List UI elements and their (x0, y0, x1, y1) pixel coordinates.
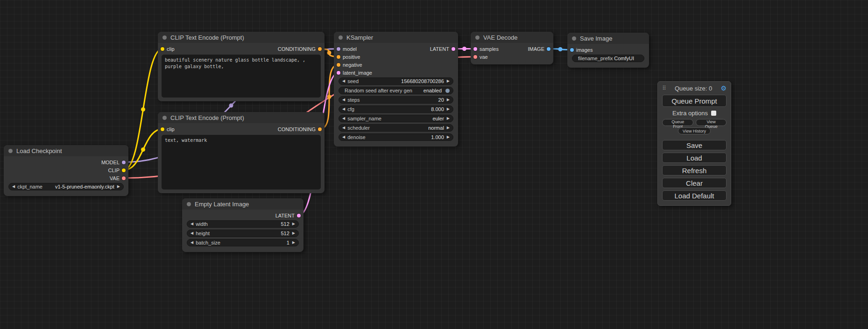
model-output-slot[interactable]: MODEL (101, 160, 126, 165)
vae-output-slot[interactable]: VAE (110, 175, 126, 181)
latent-image-input-slot[interactable]: latent_image (337, 70, 372, 76)
node-empty-latent-image[interactable]: Empty Latent Image LATENT ◀ width 512 ▶ … (182, 198, 303, 252)
images-input-dot[interactable] (570, 48, 574, 52)
node-title-bar[interactable]: KSampler (334, 32, 458, 43)
node-title-bar[interactable]: VAE Decode (471, 32, 553, 43)
increment-arrow-icon[interactable]: ▶ (292, 231, 295, 235)
node-save-image[interactable]: Save Image images filename_prefix ComfyU… (567, 33, 649, 68)
clear-button[interactable]: Clear (662, 178, 727, 188)
image-output-dot[interactable] (547, 47, 550, 51)
load-button[interactable]: Load (662, 153, 727, 163)
filename-prefix-widget[interactable]: filename_prefix ComfyUI (572, 55, 644, 62)
latent-image-input-dot[interactable] (337, 71, 340, 75)
decrement-arrow-icon[interactable]: ◀ (342, 98, 345, 102)
latent-output-slot[interactable]: LATENT (430, 46, 455, 52)
decrement-arrow-icon[interactable]: ◀ (191, 231, 193, 235)
clip-input-slot[interactable]: clip (161, 126, 175, 132)
clip-input-dot[interactable] (161, 47, 164, 51)
latent-output-slot[interactable]: LATENT (275, 213, 301, 218)
node-clip-text-encode-positive[interactable]: CLIP Text Encode (Prompt) clip CONDITION… (158, 32, 325, 101)
collapse-dot-icon[interactable] (8, 149, 13, 153)
samples-input-dot[interactable] (473, 47, 477, 51)
clip-input-slot[interactable]: clip (161, 46, 175, 52)
denoise-widget[interactable]: ◀ denoise 1.000 ▶ (339, 133, 453, 141)
save-button[interactable]: Save (662, 140, 727, 150)
settings-gear-icon[interactable]: ⚙ (720, 84, 727, 92)
conditioning-output-dot[interactable] (318, 47, 322, 51)
decrement-arrow-icon[interactable]: ◀ (191, 222, 193, 226)
latent-output-dot[interactable] (297, 214, 301, 217)
decrement-arrow-icon[interactable]: ◀ (342, 107, 345, 111)
positive-input-dot[interactable] (337, 55, 340, 59)
random-seed-toggle[interactable]: Random seed after every gen enabled (339, 87, 453, 94)
increment-arrow-icon[interactable]: ▶ (292, 222, 295, 226)
increment-arrow-icon[interactable]: ▶ (447, 98, 450, 102)
collapse-dot-icon[interactable] (475, 35, 480, 40)
image-output-slot[interactable]: IMAGE (528, 46, 550, 52)
node-title-bar[interactable]: Load Checkpoint (4, 145, 128, 156)
increment-arrow-icon[interactable]: ▶ (447, 79, 450, 83)
queue-front-button[interactable]: Queue Front (662, 119, 693, 126)
extra-options-checkbox[interactable] (711, 111, 716, 116)
clip-input-dot[interactable] (161, 127, 164, 131)
positive-input-slot[interactable]: positive (337, 54, 360, 60)
seed-widget[interactable]: ◀ seed 156680208700286 ▶ (339, 77, 453, 85)
prompt-textarea[interactable]: text, watermark (162, 135, 321, 189)
cfg-widget[interactable]: ◀ cfg 8.000 ▶ (339, 105, 453, 113)
node-title-bar[interactable]: Save Image (567, 33, 649, 44)
decrement-arrow-icon[interactable]: ◀ (342, 117, 345, 120)
increment-arrow-icon[interactable]: ▶ (292, 241, 295, 245)
increment-arrow-icon[interactable]: ▶ (117, 185, 120, 189)
conditioning-output-dot[interactable] (318, 127, 322, 131)
model-input-slot[interactable]: model (337, 46, 357, 52)
increment-arrow-icon[interactable]: ▶ (447, 126, 450, 130)
collapse-dot-icon[interactable] (162, 35, 167, 40)
vae-input-dot[interactable] (473, 55, 477, 59)
negative-input-dot[interactable] (337, 63, 340, 67)
model-output-dot[interactable] (122, 161, 126, 164)
queue-prompt-button[interactable]: Queue Prompt (662, 95, 727, 107)
node-ksampler[interactable]: KSampler model LATENT positive negative (334, 32, 458, 147)
latent-output-dot[interactable] (452, 47, 455, 51)
increment-arrow-icon[interactable]: ▶ (447, 117, 450, 120)
clip-output-dot[interactable] (122, 168, 126, 172)
node-load-checkpoint[interactable]: Load Checkpoint MODEL CLIP VAE ◀ ckpt_na… (4, 145, 128, 196)
prompt-textarea[interactable]: beautiful scenery nature glass bottle la… (162, 55, 321, 98)
view-queue-button[interactable]: View Queue (696, 119, 727, 126)
height-widget[interactable]: ◀ height 512 ▶ (187, 230, 299, 237)
ckpt-name-widget[interactable]: ◀ ckpt_name v1-5-pruned-emaonly.ckpt ▶ (8, 183, 124, 190)
decrement-arrow-icon[interactable]: ◀ (342, 79, 345, 83)
steps-widget[interactable]: ◀ steps 20 ▶ (339, 96, 453, 104)
node-clip-text-encode-negative[interactable]: CLIP Text Encode (Prompt) clip CONDITION… (158, 112, 325, 193)
node-title-bar[interactable]: Empty Latent Image (182, 198, 303, 210)
collapse-dot-icon[interactable] (339, 35, 343, 40)
refresh-button[interactable]: Refresh (662, 165, 727, 175)
batch-size-widget[interactable]: ◀ batch_size 1 ▶ (187, 239, 299, 246)
width-widget[interactable]: ◀ width 512 ▶ (187, 220, 299, 228)
sampler-name-widget[interactable]: ◀ sampler_name euler ▶ (339, 115, 453, 122)
node-title-bar[interactable]: CLIP Text Encode (Prompt) (158, 32, 325, 43)
collapse-dot-icon[interactable] (187, 202, 191, 206)
node-title-bar[interactable]: CLIP Text Encode (Prompt) (158, 112, 325, 123)
increment-arrow-icon[interactable]: ▶ (447, 107, 450, 111)
increment-arrow-icon[interactable]: ▶ (447, 135, 450, 139)
decrement-arrow-icon[interactable]: ◀ (342, 135, 345, 139)
load-default-button[interactable]: Load Default (662, 190, 727, 201)
model-input-dot[interactable] (337, 47, 340, 51)
negative-input-slot[interactable]: negative (337, 62, 362, 68)
collapse-dot-icon[interactable] (572, 36, 576, 41)
drag-handle-icon[interactable]: ⠿ (662, 85, 666, 91)
conditioning-output-slot[interactable]: CONDITIONING (278, 46, 322, 52)
view-history-button[interactable]: View History (678, 127, 711, 134)
vae-output-dot[interactable] (122, 176, 126, 180)
samples-input-slot[interactable]: samples (473, 46, 499, 52)
toggle-dot-icon[interactable] (445, 89, 450, 93)
images-input-slot[interactable]: images (570, 47, 593, 53)
node-vae-decode[interactable]: VAE Decode samples IMAGE vae (471, 32, 553, 64)
decrement-arrow-icon[interactable]: ◀ (191, 241, 193, 245)
decrement-arrow-icon[interactable]: ◀ (12, 185, 15, 189)
conditioning-output-slot[interactable]: CONDITIONING (278, 126, 322, 132)
clip-output-slot[interactable]: CLIP (108, 168, 126, 173)
decrement-arrow-icon[interactable]: ◀ (342, 126, 345, 130)
collapse-dot-icon[interactable] (162, 116, 167, 120)
